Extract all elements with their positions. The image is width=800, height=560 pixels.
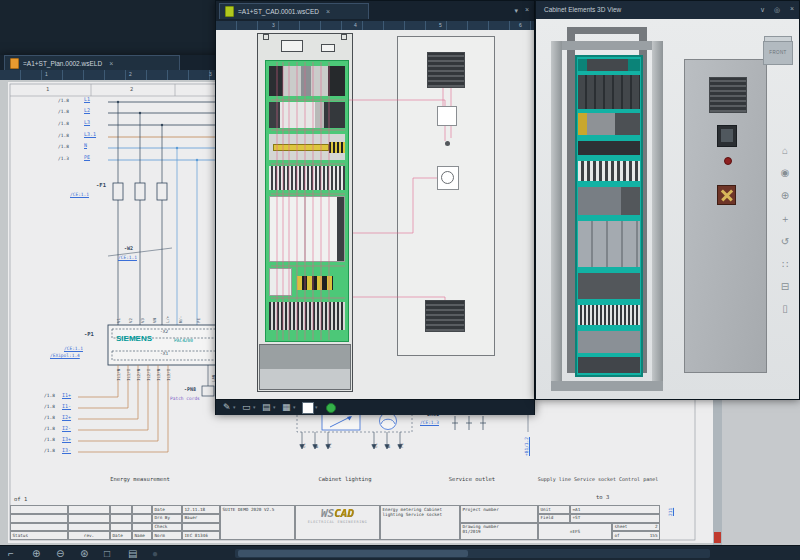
view-cube-label[interactable]: FRONT [769, 50, 787, 55]
collapse-icon[interactable]: ∨ [760, 6, 765, 13]
margin-wire-number[interactable]: 211 [668, 508, 673, 516]
date-col-cell: Date [110, 531, 132, 540]
cabinet-3d-window: Cabinet Elements 3D View ∨ ◎ × [535, 0, 800, 400]
printer-icon[interactable]: ▦ [282, 401, 291, 413]
dropdown-icon[interactable]: ▾ [233, 404, 236, 410]
unit-label-cell: Unit [538, 505, 570, 514]
window-close-icon[interactable]: × [790, 5, 794, 12]
wire-link[interactable]: I1+ [62, 392, 71, 398]
crossref-p1-2[interactable]: /EXipol:1.4 [50, 353, 80, 358]
siemens-logo-text: SIEMENS [116, 334, 152, 343]
dropdown-icon[interactable]: ▾ [293, 404, 296, 410]
crossref-p1-1[interactable]: /CE:1.1 [64, 346, 83, 351]
wire-link[interactable]: L2 [84, 107, 90, 113]
scroll-alert-badge[interactable] [714, 532, 721, 543]
wire-link[interactable]: I3- [62, 447, 71, 453]
cabinet-layout-canvas[interactable] [216, 30, 534, 399]
project-number-cell: Project number [460, 505, 538, 523]
wire-link[interactable]: N [84, 142, 87, 148]
pin-label: IL2/I [146, 369, 151, 381]
eye-icon[interactable]: ◉ [774, 168, 796, 178]
view-cube[interactable]: FRONT [763, 41, 793, 65]
zoom-window-icon[interactable]: ⊛ [80, 547, 88, 560]
window-close-icon[interactable]: × [525, 6, 529, 13]
pin-label: VN [152, 318, 157, 323]
sheet-of-value: 155 [650, 533, 658, 538]
wscad-application: =A1+ST_Plan.0002.wsELD × 1 2 3 [0, 0, 800, 560]
plan-status-bar: ⌐ ⊕ ⊖ ⊛ □ ▤ ● [0, 545, 800, 560]
check-value-cell [182, 523, 220, 532]
logo-subtitle: ELECTRICAL ENGINEERING [298, 520, 378, 524]
wire-link[interactable]: L3 [84, 119, 90, 125]
logo-cad: CAD [334, 507, 354, 520]
cabinet-layout-window: =A1+ST_CAD.0001.wsCED × ▾ × 3 4 5 6 [215, 0, 535, 415]
wire-link[interactable]: PE [84, 154, 90, 160]
dropdown-icon[interactable]: ▾ [273, 404, 276, 410]
zoom-out-icon[interactable]: ⊖ [56, 547, 64, 560]
page-icon[interactable]: ▯ [774, 304, 796, 314]
horizontal-scrollbar[interactable] [235, 549, 710, 558]
color-swatch[interactable] [302, 402, 314, 414]
pin-label: IL3/I [166, 369, 171, 381]
crossref-f1[interactable]: /CE:1.1 [70, 192, 89, 197]
status-dot-icon[interactable] [326, 403, 336, 413]
plate-top-fittings [578, 59, 640, 71]
device-tag-p1: -P1 [84, 331, 94, 337]
3d-viewport[interactable]: FRONT ⌂ ◉ ⊕ ＋ ↺ ∷ ⊟ ▯ [536, 19, 799, 399]
device-tag-f1: -F1 [78, 182, 106, 188]
window-title: Cabinet Elements 3D View [544, 6, 621, 13]
pin-label: V2 [128, 318, 133, 323]
crossref-2xs1[interactable]: /CE:1.3 [420, 420, 439, 425]
dropdown-icon[interactable]: ▾ [315, 404, 318, 410]
pin-icon[interactable]: ◎ [774, 6, 780, 13]
monitor-icon[interactable]: ▤ [262, 401, 271, 413]
main-switch-3d [717, 185, 736, 205]
field-label-cell: Field [538, 514, 570, 523]
ruler-number: 4 [354, 22, 357, 28]
zoom-fit-icon[interactable]: □ [104, 547, 110, 560]
frame-post-front-right [652, 41, 663, 391]
pin-label: IL1/N [116, 369, 121, 381]
unit-value-cell: =A1 [570, 505, 660, 514]
home-icon[interactable]: ⌂ [774, 146, 796, 156]
3d-title-bar[interactable]: Cabinet Elements 3D View ∨ ◎ × [536, 1, 799, 19]
wire-link[interactable]: I1- [62, 403, 71, 409]
dropdown-icon[interactable]: ▾ [253, 404, 256, 410]
crossref-w2[interactable]: /CE:1.1 [118, 255, 137, 260]
wire-link[interactable]: I3+ [62, 436, 71, 442]
pin-label: IL3/N [156, 369, 161, 381]
tab-plan-0002[interactable]: =A1+ST_Plan.0002.wsELD × [4, 55, 180, 70]
layer-icon[interactable]: ▭ [242, 401, 251, 413]
pin-label: L1 [373, 443, 378, 448]
logo-ws: WS [321, 507, 334, 520]
tab-cad-0001[interactable]: =A1+ST_CAD.0001.wsCED × [219, 3, 369, 19]
pan-icon[interactable]: ＋ [774, 214, 796, 224]
view-cube-top-face[interactable] [764, 36, 792, 42]
zoom-icon[interactable]: ⊕ [774, 191, 796, 201]
wire-link[interactable]: L1 [84, 96, 90, 102]
name-col-cell: Name [132, 531, 152, 540]
storage-icon[interactable]: ⊟ [774, 282, 796, 292]
wire-link[interactable]: L3.1 [84, 131, 96, 137]
zoom-in-icon[interactable]: ⊕ [32, 547, 40, 560]
horizontal-scrollbar-thumb[interactable] [238, 550, 468, 557]
pencil-icon[interactable]: ✎ [223, 401, 231, 413]
margin-crossref[interactable]: +81/1.2 [524, 437, 529, 456]
wire-ref: /1.8 [58, 121, 69, 126]
status-label-cell: Status [10, 531, 68, 540]
close-tab-icon[interactable]: × [326, 8, 330, 15]
wire-link[interactable]: I2- [62, 425, 71, 431]
window-menu-icon[interactable]: ▾ [514, 7, 518, 14]
wire-link[interactable]: I2+ [62, 414, 71, 420]
close-tab-icon[interactable]: × [109, 60, 113, 67]
orbit-icon[interactable]: ↺ [774, 237, 796, 247]
select-frame-icon[interactable]: ⌐ [8, 547, 14, 560]
ruler-number: 6 [519, 22, 522, 28]
sheet-preview-icon[interactable]: ▤ [128, 547, 137, 560]
grid-icon[interactable]: ∷ [774, 260, 796, 270]
desktop-area [722, 400, 800, 545]
sheet-cell: sheet 2 [612, 523, 660, 532]
render-sphere-icon[interactable]: ● [152, 547, 158, 560]
device-tag-pn8: -PN8 [184, 386, 196, 392]
component-row-3d [578, 331, 640, 353]
